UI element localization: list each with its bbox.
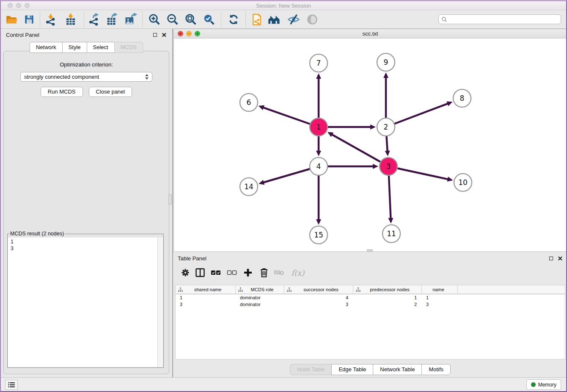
table-cell[interactable]: 1 [422, 294, 458, 301]
mcds-result-title: MCDS result (2 nodes) [9, 231, 65, 237]
tab-network[interactable]: Network [30, 42, 63, 53]
arrowhead-2-3 [385, 151, 390, 156]
float-table-panel-icon[interactable] [549, 257, 553, 260]
table-cell[interactable]: 4 [284, 294, 353, 301]
export-image-icon[interactable] [124, 12, 138, 27]
run-mcds-button[interactable]: Run MCDS [41, 87, 83, 97]
edge-2-8[interactable] [386, 103, 448, 127]
export-network-icon[interactable] [87, 12, 102, 27]
network-maximize-icon[interactable]: + [195, 31, 200, 36]
dropdown-value: strongly connected component [24, 74, 99, 80]
zoom-selected-icon[interactable] [202, 12, 216, 27]
list-icon [8, 382, 15, 388]
column-header-predecessor-nodes[interactable]: predecessor nodes [353, 285, 422, 294]
toolbar-separator [245, 12, 246, 27]
zoom-fit-icon[interactable] [184, 12, 198, 27]
result-scrollbar[interactable] [157, 237, 163, 367]
optimization-dropdown[interactable]: strongly connected component [20, 72, 152, 82]
arrowhead-1-7 [316, 73, 321, 79]
column-header-name[interactable]: name [422, 285, 458, 294]
zoom-out-icon[interactable] [165, 12, 180, 27]
arrowhead-3-11 [388, 218, 393, 224]
hide-details-icon[interactable] [286, 12, 301, 27]
control-panel-tabs: NetworkStyleSelectMCDS [1, 42, 172, 53]
tab-mcds[interactable]: MCDS [114, 42, 143, 53]
open-folder-icon[interactable] [4, 12, 19, 27]
close-panel-button[interactable]: Close panel [89, 87, 132, 97]
clone-network-icon[interactable] [250, 12, 264, 27]
arrowhead-4-14 [259, 180, 264, 185]
memory-button[interactable]: Memory [526, 379, 561, 390]
network-titlebar[interactable]: scc.txt × – + [174, 29, 567, 39]
column-header-MCDS-role[interactable]: MCDS role [236, 285, 284, 294]
add-icon[interactable] [241, 266, 255, 279]
column-type-icon [287, 287, 292, 292]
toolbar-separator [40, 12, 40, 27]
table-cell[interactable]: 1 [353, 294, 422, 301]
splitter-handle[interactable] [168, 194, 172, 204]
arrowhead-1-2 [370, 124, 376, 130]
deselect-all-icon[interactable] [225, 266, 239, 279]
tab-style[interactable]: Style [62, 42, 87, 53]
columns-icon[interactable] [193, 266, 207, 279]
mcds-pane: Optimization criterion: strongly connect… [3, 51, 169, 374]
table-row[interactable]: 3dominator323 [176, 301, 565, 308]
dropdown-stepper-icon [145, 74, 149, 80]
float-panel-icon[interactable] [153, 33, 157, 37]
save-icon[interactable] [22, 12, 36, 27]
zoom-in-icon[interactable] [147, 12, 162, 27]
app-titlebar: Session: New Session [1, 1, 566, 10]
gear-icon[interactable] [179, 266, 192, 279]
edge-3-1[interactable] [331, 134, 388, 166]
refresh-layout-icon[interactable] [226, 12, 241, 27]
table-cell[interactable]: 3 [284, 301, 353, 308]
mcds-result-box: MCDS result (2 nodes) 13 [7, 231, 164, 368]
node-table[interactable]: shared nameMCDS rolesuccessor nodesprede… [175, 285, 565, 359]
node-label-8: 8 [460, 94, 465, 102]
arrowhead-2-8 [446, 101, 452, 106]
table-row[interactable]: 1dominator411 [176, 294, 565, 301]
canvas-resize-grip[interactable] [367, 249, 373, 251]
tab-network-table[interactable]: Network Table [373, 364, 422, 375]
node-label-1: 1 [317, 123, 321, 131]
table-cell[interactable]: 2 [353, 301, 422, 308]
import-network-icon[interactable] [44, 12, 58, 27]
control-panel: Control Panel ✕ NetworkStyleSelectMCDS O… [1, 29, 172, 378]
column-header-successor-nodes[interactable]: successor nodes [284, 285, 353, 294]
tab-edge-table[interactable]: Edge Table [331, 364, 373, 375]
table-cell[interactable]: 1 [176, 294, 236, 301]
search-input[interactable] [447, 17, 561, 22]
network-view-window: scc.txt × – + 7968124314101511 [173, 29, 567, 252]
statusbar: Memory [1, 377, 566, 391]
toolbar-separator [84, 12, 84, 27]
tab-select[interactable]: Select [87, 42, 115, 53]
delete-table-icon [272, 266, 286, 279]
close-panel-icon[interactable]: ✕ [161, 33, 167, 37]
toolbar-separator [221, 12, 221, 27]
table-cell[interactable]: dominator [236, 294, 284, 301]
node-label-11: 11 [387, 229, 396, 238]
task-history-button[interactable] [5, 380, 18, 390]
column-type-icon [178, 287, 183, 292]
inactive-eye-icon[interactable] [305, 12, 319, 27]
select-all-icon[interactable] [209, 266, 223, 279]
trash-icon[interactable] [257, 266, 271, 279]
close-table-panel-icon[interactable]: ✕ [557, 257, 563, 260]
tab-motifs[interactable]: Motifs [421, 364, 451, 375]
column-header-shared-name[interactable]: shared name [176, 285, 236, 294]
tab-node-table[interactable]: Node Table [290, 364, 332, 375]
table-cell[interactable]: dominator [236, 301, 284, 308]
export-table-icon[interactable] [105, 12, 119, 27]
column-type-icon [356, 287, 361, 292]
arrowhead-2-9 [383, 72, 388, 78]
network-canvas[interactable]: 7968124314101511 [174, 39, 567, 251]
table-cell[interactable]: 3 [422, 301, 458, 308]
network-close-icon[interactable]: × [178, 31, 183, 36]
table-tabs: Node TableEdge TableNetwork TableMotifs [173, 364, 567, 375]
search-field[interactable] [438, 14, 561, 24]
network-minimize-icon[interactable]: – [186, 31, 192, 36]
import-table-icon[interactable] [63, 12, 78, 27]
table-cell[interactable]: 3 [176, 301, 236, 308]
network-overview-icon[interactable] [267, 12, 281, 27]
node-label-3: 3 [386, 162, 391, 171]
